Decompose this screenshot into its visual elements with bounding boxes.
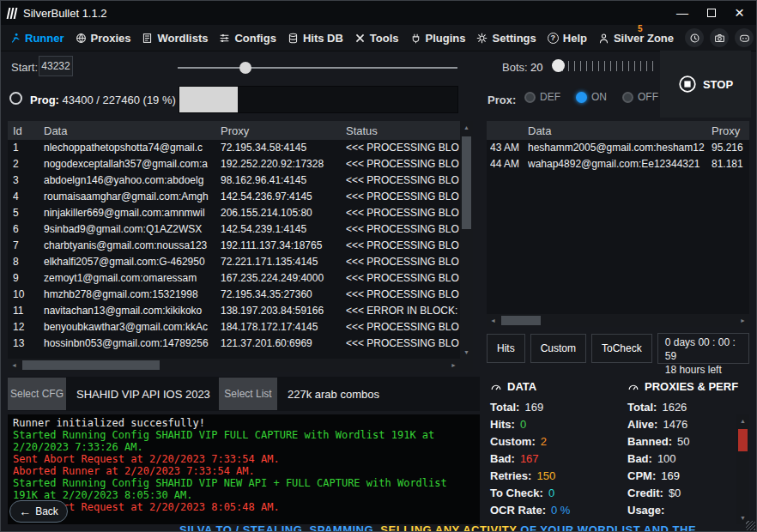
scrollbar-corner (460, 359, 473, 372)
column-header: Proxy (712, 124, 749, 137)
person-icon (598, 33, 609, 44)
nav-tools[interactable]: Tools (354, 32, 399, 45)
start-input[interactable] (39, 56, 73, 76)
prox-radio[interactable]: OFF (622, 91, 658, 103)
start-label: Start: (11, 61, 38, 74)
scrollbar-thumb[interactable] (462, 136, 471, 229)
back-button[interactable]: ← Back (9, 500, 68, 523)
hits-tab[interactable]: ToCheck (591, 334, 652, 363)
titlebar: SilverBullet 1.1.2 — × (1, 1, 756, 25)
scroll-right-icon[interactable]: ► (447, 359, 460, 372)
horizontal-scrollbar[interactable]: ◄ ► (8, 359, 460, 372)
scroll-left-icon[interactable]: ◄ (487, 314, 500, 327)
app-window: SilverBullet 1.1.2 — × Runner Proxies Wo… (0, 0, 757, 532)
table-row[interactable]: 13hossinbn053@gmail.com:14789256121.37.2… (8, 336, 473, 352)
stop-panel: STOP (660, 51, 751, 118)
history-icon[interactable] (685, 28, 704, 47)
log-line: Started Running Config SHAHID VIP NEW AP… (13, 477, 464, 501)
bots-slider[interactable] (552, 57, 653, 75)
config-bar: Select CFG SHAHID VIP API IOS 2023 Selec… (8, 377, 480, 411)
prox-options: DEF ON OFF (524, 91, 658, 103)
hits-table: DataProxyTy 43 AMheshamm2005@gmail.com:h… (487, 121, 749, 327)
table-row[interactable]: 5ninjakiller669@gmail.com:amnmwil206.155… (8, 205, 473, 221)
stat-row: CPM:169 (627, 468, 749, 485)
table-row[interactable]: 1nlechoppathetopshotta74@gmail.c72.195.3… (8, 140, 473, 156)
gear-icon (476, 33, 488, 44)
hits-tab[interactable]: Custom (530, 334, 586, 363)
scroll-down-icon[interactable]: ▼ (460, 346, 473, 359)
nav-proxies[interactable]: Proxies (76, 32, 131, 45)
proxies-stats-header: PROXIES & PERF (627, 380, 749, 393)
start-slider[interactable] (178, 61, 457, 75)
table-row[interactable]: 69sinbad9@gmail.com:Q1AZ2WSX142.54.239.1… (8, 221, 473, 238)
stats-panel: DATA Total:169 Hits:0 Custom:2 (490, 380, 749, 519)
nav-settings[interactable]: Settings (476, 32, 536, 45)
table-row[interactable]: 9zemoyt1@gmail.com:omaressam167.235.224.… (8, 270, 473, 287)
start-slider-thumb[interactable] (239, 62, 251, 74)
minimize-button[interactable]: — (676, 7, 688, 19)
maximize-button[interactable] (707, 9, 716, 17)
tools-icon (354, 33, 366, 44)
nav-hits-db[interactable]: Hits DB (288, 32, 343, 45)
scroll-right-icon[interactable]: ► (736, 314, 749, 327)
resize-grip-icon[interactable] (746, 521, 755, 530)
hits-tab[interactable]: Hits (487, 334, 525, 363)
column-header: Status (346, 124, 473, 137)
log-line: Runner initialized succesfully! (13, 417, 464, 429)
database-icon (288, 33, 299, 44)
log-line: Sent Abort Request at 2/20/2023 8:05:48 … (13, 501, 464, 513)
table-row[interactable]: 2nogodexceptallah357@gmail.com:a192.252.… (8, 156, 473, 172)
vertical-scrollbar[interactable]: ▲ ▼ (460, 121, 473, 359)
hits-table-body: 43 AMheshamm2005@gmail.com:hesham1295.21… (487, 140, 749, 172)
bots-slider-thumb[interactable] (552, 59, 565, 72)
stat-row: Hits:0 (490, 416, 627, 433)
marquee-segment: SILVA TO / STEALING, SPAMMING, (179, 523, 380, 532)
table-row[interactable]: 43 AMheshamm2005@gmail.com:hesham1295.21… (487, 140, 749, 156)
table-row[interactable]: 7charbtyanis@gmail.com:noussa123192.111.… (8, 238, 473, 254)
stop-button[interactable]: STOP (678, 75, 733, 94)
prox-radio[interactable]: ON (576, 91, 607, 103)
nav-plugins[interactable]: Plugins (410, 32, 466, 45)
discord-icon[interactable] (735, 28, 754, 47)
data-stats-header: DATA (490, 380, 627, 393)
scrollbar-thumb[interactable] (501, 316, 541, 325)
scroll-up-icon[interactable]: ▲ (460, 121, 473, 134)
horizontal-scrollbar[interactable]: ◄ ► (487, 314, 749, 327)
scroll-left-icon[interactable]: ◄ (8, 359, 21, 372)
data-stats: DATA Total:169 Hits:0 Custom:2 (490, 380, 627, 519)
bots-value: 20 (530, 61, 542, 74)
nav-silver-zone[interactable]: 5 Silver Zone (598, 32, 674, 45)
book-icon (142, 33, 153, 44)
help-icon: ? (548, 33, 559, 44)
results-table-body: 1nlechoppathetopshotta74@gmail.c72.195.3… (8, 140, 473, 352)
table-row[interactable]: 11navitachan13@gmail.com:kikikoko138.197… (8, 303, 473, 319)
nav-help[interactable]: ? Help (548, 32, 587, 45)
prox-radio[interactable]: DEF (524, 91, 560, 103)
results-table-header: IdDataProxyStatus (8, 121, 473, 140)
table-row[interactable]: 44 AMwahap4892@gmail.com:Ee1234432181.18… (487, 156, 749, 172)
nav-runner[interactable]: Runner (9, 32, 64, 45)
nav-wordlists[interactable]: Wordlists (142, 32, 208, 45)
table-row[interactable]: 12benyoubkawthar3@gmail.com:kkAc184.178.… (8, 319, 473, 336)
stat-row: Bad:167 (490, 450, 627, 468)
column-header: Data (44, 124, 221, 137)
progress-fill (179, 87, 238, 112)
select-list-button[interactable]: Select List (219, 378, 277, 410)
column-header: Data (528, 124, 712, 137)
select-cfg-button[interactable]: Select CFG (8, 378, 66, 410)
timer-remaining: 18 hours left (665, 363, 742, 377)
table-row[interactable]: 3abdoelgn146@yahoo.com:abdoelg98.162.96.… (8, 172, 473, 189)
camera-icon[interactable] (710, 28, 729, 47)
table-row[interactable]: 8elkhalfi2057@gmail.com:G-46295072.221.1… (8, 254, 473, 270)
scrollbar-thumb[interactable] (22, 360, 160, 370)
table-row[interactable]: 4roumaisaamghar@gmail.com:Amgh142.54.236… (8, 189, 473, 205)
table-row[interactable]: 10hmzhb278@gmail.com:1532199872.195.34.3… (8, 287, 473, 303)
close-button[interactable]: × (735, 7, 744, 19)
stop-icon (678, 75, 697, 94)
gauge-icon (490, 381, 502, 393)
timer-box: 0 days 00 : 00 : 59 18 hours left (657, 333, 749, 364)
bots-label: Bots: (502, 61, 528, 74)
nav-configs[interactable]: Configs (219, 32, 276, 45)
stat-row: To Check:0 (490, 485, 627, 502)
window-title: SilverBullet 1.1.2 (23, 7, 107, 20)
